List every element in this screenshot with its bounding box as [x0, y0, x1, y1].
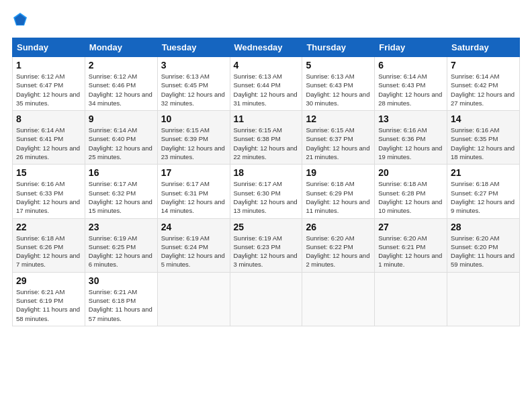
header-tuesday: Tuesday	[157, 38, 230, 57]
day-info: Sunrise: 6:12 AMSunset: 6:46 PMDaylight:…	[89, 72, 154, 107]
day-number: 2	[89, 60, 154, 71]
table-row: 1Sunrise: 6:12 AMSunset: 6:47 PMDaylight…	[13, 57, 85, 111]
day-number: 15	[16, 167, 81, 178]
table-row: 6Sunrise: 6:14 AMSunset: 6:43 PMDaylight…	[375, 57, 447, 111]
day-number: 25	[234, 222, 299, 232]
header-thursday: Thursday	[302, 38, 375, 57]
table-row: 10Sunrise: 6:15 AMSunset: 6:39 PMDayligh…	[157, 111, 230, 165]
day-number: 18	[234, 167, 299, 178]
day-number: 13	[378, 113, 443, 124]
table-row: 25Sunrise: 6:19 AMSunset: 6:23 PMDayligh…	[230, 218, 302, 272]
day-number: 16	[89, 167, 154, 178]
day-info: Sunrise: 6:14 AMSunset: 6:40 PMDaylight:…	[89, 126, 154, 161]
day-info: Sunrise: 6:20 AMSunset: 6:21 PMDaylight:…	[378, 234, 443, 269]
day-info: Sunrise: 6:12 AMSunset: 6:47 PMDaylight:…	[16, 72, 81, 107]
day-number: 3	[161, 60, 226, 71]
day-info: Sunrise: 6:16 AMSunset: 6:36 PMDaylight:…	[378, 126, 443, 161]
table-row: 19Sunrise: 6:18 AMSunset: 6:29 PMDayligh…	[302, 165, 375, 218]
day-number: 7	[451, 60, 516, 71]
day-number: 27	[378, 222, 443, 232]
day-number: 29	[16, 275, 81, 286]
day-number: 23	[89, 222, 154, 232]
day-info: Sunrise: 6:19 AMSunset: 6:24 PMDaylight:…	[161, 234, 226, 269]
day-info: Sunrise: 6:21 AMSunset: 6:18 PMDaylight:…	[89, 287, 154, 323]
table-row: 11Sunrise: 6:15 AMSunset: 6:38 PMDayligh…	[230, 111, 302, 165]
header-monday: Monday	[85, 38, 157, 57]
table-row	[302, 272, 375, 326]
header	[12, 12, 520, 31]
day-info: Sunrise: 6:13 AMSunset: 6:43 PMDaylight:…	[306, 72, 371, 107]
table-row	[157, 272, 230, 326]
calendar-week-row: 29Sunrise: 6:21 AMSunset: 6:19 PMDayligh…	[13, 272, 520, 326]
table-row: 2Sunrise: 6:12 AMSunset: 6:46 PMDaylight…	[85, 57, 157, 111]
day-info: Sunrise: 6:17 AMSunset: 6:31 PMDaylight:…	[161, 179, 226, 215]
day-number: 30	[89, 275, 154, 286]
header-wednesday: Wednesday	[230, 38, 302, 57]
day-info: Sunrise: 6:18 AMSunset: 6:28 PMDaylight:…	[378, 179, 443, 215]
calendar-header-row: Sunday Monday Tuesday Wednesday Thursday…	[13, 38, 520, 57]
page: Sunday Monday Tuesday Wednesday Thursday…	[0, 0, 532, 411]
day-number: 21	[451, 167, 516, 178]
day-number: 12	[306, 113, 371, 124]
day-info: Sunrise: 6:15 AMSunset: 6:39 PMDaylight:…	[161, 126, 226, 161]
day-info: Sunrise: 6:15 AMSunset: 6:37 PMDaylight:…	[306, 126, 371, 161]
logo-icon	[13, 12, 28, 31]
day-number: 8	[16, 113, 81, 124]
table-row: 9Sunrise: 6:14 AMSunset: 6:40 PMDaylight…	[85, 111, 157, 165]
day-number: 28	[451, 222, 516, 232]
day-info: Sunrise: 6:15 AMSunset: 6:38 PMDaylight:…	[234, 126, 299, 161]
day-number: 14	[451, 113, 516, 124]
day-info: Sunrise: 6:20 AMSunset: 6:22 PMDaylight:…	[306, 234, 371, 269]
table-row: 24Sunrise: 6:19 AMSunset: 6:24 PMDayligh…	[157, 218, 230, 272]
day-info: Sunrise: 6:16 AMSunset: 6:33 PMDaylight:…	[16, 179, 81, 215]
table-row: 29Sunrise: 6:21 AMSunset: 6:19 PMDayligh…	[13, 272, 85, 326]
table-row: 23Sunrise: 6:19 AMSunset: 6:25 PMDayligh…	[85, 218, 157, 272]
calendar-week-row: 8Sunrise: 6:14 AMSunset: 6:41 PMDaylight…	[13, 111, 520, 165]
day-number: 10	[161, 113, 226, 124]
table-row: 27Sunrise: 6:20 AMSunset: 6:21 PMDayligh…	[375, 218, 447, 272]
calendar-week-row: 15Sunrise: 6:16 AMSunset: 6:33 PMDayligh…	[13, 165, 520, 218]
calendar-table: Sunday Monday Tuesday Wednesday Thursday…	[12, 38, 520, 326]
day-number: 1	[16, 60, 81, 71]
table-row	[230, 272, 302, 326]
table-row: 8Sunrise: 6:14 AMSunset: 6:41 PMDaylight…	[13, 111, 85, 165]
day-number: 26	[306, 222, 371, 232]
day-info: Sunrise: 6:17 AMSunset: 6:32 PMDaylight:…	[89, 179, 154, 215]
day-number: 22	[16, 222, 81, 232]
table-row	[375, 272, 447, 326]
table-row: 13Sunrise: 6:16 AMSunset: 6:36 PMDayligh…	[375, 111, 447, 165]
table-row: 3Sunrise: 6:13 AMSunset: 6:45 PMDaylight…	[157, 57, 230, 111]
day-number: 9	[89, 113, 154, 124]
table-row: 5Sunrise: 6:13 AMSunset: 6:43 PMDaylight…	[302, 57, 375, 111]
table-row: 28Sunrise: 6:20 AMSunset: 6:20 PMDayligh…	[447, 218, 520, 272]
day-number: 19	[306, 167, 371, 178]
table-row: 12Sunrise: 6:15 AMSunset: 6:37 PMDayligh…	[302, 111, 375, 165]
table-row	[447, 272, 520, 326]
header-friday: Friday	[375, 38, 447, 57]
day-info: Sunrise: 6:18 AMSunset: 6:27 PMDaylight:…	[451, 179, 516, 215]
calendar-week-row: 22Sunrise: 6:18 AMSunset: 6:26 PMDayligh…	[13, 218, 520, 272]
day-info: Sunrise: 6:18 AMSunset: 6:26 PMDaylight:…	[16, 234, 81, 269]
table-row: 30Sunrise: 6:21 AMSunset: 6:18 PMDayligh…	[85, 272, 157, 326]
table-row: 21Sunrise: 6:18 AMSunset: 6:27 PMDayligh…	[447, 165, 520, 218]
table-row: 4Sunrise: 6:13 AMSunset: 6:44 PMDaylight…	[230, 57, 302, 111]
day-number: 4	[234, 60, 299, 71]
day-info: Sunrise: 6:19 AMSunset: 6:23 PMDaylight:…	[234, 234, 299, 269]
table-row: 17Sunrise: 6:17 AMSunset: 6:31 PMDayligh…	[157, 165, 230, 218]
day-number: 20	[378, 167, 443, 178]
calendar-week-row: 1Sunrise: 6:12 AMSunset: 6:47 PMDaylight…	[13, 57, 520, 111]
day-number: 11	[234, 113, 299, 124]
day-info: Sunrise: 6:14 AMSunset: 6:41 PMDaylight:…	[16, 126, 81, 161]
day-info: Sunrise: 6:20 AMSunset: 6:20 PMDaylight:…	[451, 234, 516, 269]
logo	[12, 12, 28, 31]
day-number: 24	[161, 222, 226, 232]
table-row: 7Sunrise: 6:14 AMSunset: 6:42 PMDaylight…	[447, 57, 520, 111]
day-number: 17	[161, 167, 226, 178]
day-info: Sunrise: 6:19 AMSunset: 6:25 PMDaylight:…	[89, 234, 154, 269]
day-info: Sunrise: 6:13 AMSunset: 6:45 PMDaylight:…	[161, 72, 226, 107]
table-row: 26Sunrise: 6:20 AMSunset: 6:22 PMDayligh…	[302, 218, 375, 272]
table-row: 15Sunrise: 6:16 AMSunset: 6:33 PMDayligh…	[13, 165, 85, 218]
day-info: Sunrise: 6:21 AMSunset: 6:19 PMDaylight:…	[16, 287, 81, 323]
day-info: Sunrise: 6:18 AMSunset: 6:29 PMDaylight:…	[306, 179, 371, 215]
day-info: Sunrise: 6:13 AMSunset: 6:44 PMDaylight:…	[234, 72, 299, 107]
